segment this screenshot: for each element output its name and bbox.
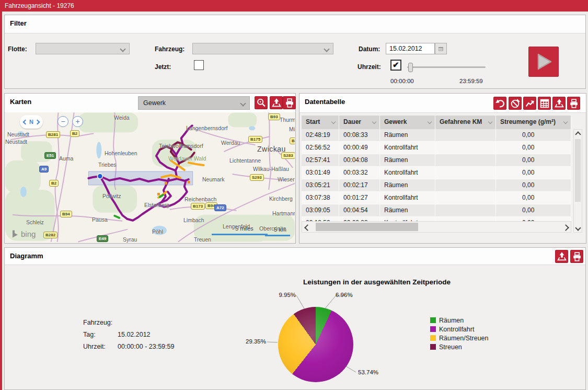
column-header[interactable]: Start	[302, 116, 339, 129]
legend-item: Kontrollfahrt	[430, 325, 489, 334]
table-header-row: StartDauerGewerkGefahrene KMStreumenge (…	[302, 116, 571, 129]
table-cell: Räumen	[380, 154, 435, 167]
table-cell: Räumen	[380, 129, 435, 142]
map-town-label: Reichenbach	[185, 196, 216, 202]
chart-title: Leistungen in der ausgewählten Zeitperio…	[220, 278, 534, 286]
road-badge: B2	[49, 180, 59, 187]
legend-swatch	[430, 317, 436, 323]
flotte-label: Flotte:	[8, 45, 27, 53]
calendar-button[interactable]	[435, 43, 447, 54]
table-row[interactable]: 03:07:3800:01:27Kontrollfahrt0,00	[302, 192, 571, 204]
table-row[interactable]: 03:13:5900:00:33Kontrollfahrt0,00	[302, 217, 571, 221]
pie-label-kontrollfahrt: 53.74%	[358, 369, 378, 375]
play-button[interactable]	[528, 47, 559, 77]
table-row[interactable]: 03:09:0500:04:54Räumen0,00	[302, 204, 571, 217]
zoom-route-button[interactable]	[255, 96, 268, 109]
fahrzeug-dropdown[interactable]	[192, 43, 333, 54]
column-header[interactable]: Streumenge (g/m²)	[496, 116, 571, 129]
map-town-label: Werdau	[221, 140, 240, 146]
flotte-dropdown[interactable]	[36, 43, 130, 54]
column-header[interactable]: Gefahrene KM	[435, 116, 496, 129]
map-export-button[interactable]	[270, 96, 283, 109]
table-export-button[interactable]	[552, 97, 566, 110]
horizontal-scroll-thumb[interactable]	[316, 223, 418, 231]
map-town-label: Triebes	[98, 162, 117, 168]
column-header[interactable]: Dauer	[339, 116, 380, 129]
table-cell: 0,00	[496, 179, 571, 192]
map-town-label: Neumark	[202, 176, 225, 182]
chevron-down-icon	[324, 46, 329, 52]
undo-button[interactable]	[493, 97, 506, 110]
table-cell: Kontrollfahrt	[380, 192, 435, 204]
column-header[interactable]: Gewerk	[380, 116, 435, 129]
table-cell	[435, 217, 496, 221]
table-cell: 03:07:38	[302, 192, 339, 204]
map-town-label: Wilkau-Haßlau	[253, 166, 289, 172]
table-view-button[interactable]	[538, 97, 551, 110]
info-uhrzeit-label: Uhrzeit:	[83, 343, 118, 355]
map-town-label: Teichwolframsdorf	[159, 143, 203, 149]
map-print-button[interactable]	[283, 96, 296, 109]
road-badge: A72	[214, 204, 226, 211]
scroll-left-button[interactable]	[303, 223, 312, 232]
diagram-print-button[interactable]	[570, 250, 583, 263]
table-row[interactable]: 02:56:5200:00:49Kontrollfahrt0,00	[302, 142, 571, 154]
clear-selection-button[interactable]	[509, 97, 522, 110]
table-row[interactable]: 02:57:4100:04:08Räumen0,00	[302, 154, 571, 167]
table-cell: 03:05:21	[302, 179, 339, 192]
zoom-in-button[interactable]: +	[72, 116, 83, 127]
legend-item: Räumen	[430, 316, 489, 325]
uhrzeit-checkbox[interactable]	[390, 60, 401, 71]
table-cell: 00:08:33	[339, 129, 380, 142]
table-cell: 03:01:49	[302, 167, 339, 179]
table-cell: 00:04:54	[339, 204, 380, 217]
legend-item: Räumen/Streuen	[430, 334, 489, 342]
time-slider-track[interactable]	[407, 66, 486, 68]
map-compass-control[interactable]: N	[20, 115, 43, 129]
table-row[interactable]: 02:48:1900:08:33Räumen0,00	[302, 129, 571, 142]
table-cell: 00:00:49	[339, 142, 380, 154]
bing-logo: bing	[11, 230, 36, 238]
vertical-scrollbar[interactable]	[573, 129, 582, 233]
diagram-export-button[interactable]	[555, 250, 568, 263]
horizontal-scrollbar[interactable]	[302, 221, 571, 233]
road-badge: B2	[70, 130, 79, 137]
map-town-label: Pausa	[92, 216, 108, 223]
scale-km-bar	[265, 235, 290, 236]
datum-label: Datum:	[359, 45, 380, 53]
table-cell: 00:00:33	[339, 217, 380, 221]
zoom-out-button[interactable]: −	[57, 116, 68, 127]
map-town-label: Auma	[59, 155, 73, 162]
table-cell: Kontrollfahrt	[380, 217, 435, 221]
map-canvas[interactable]: NeustadtNeustadtWeidaAumaHohenleubenTrie…	[5, 112, 295, 243]
vertical-scroll-thumb[interactable]	[575, 139, 581, 202]
filter-header: Filter	[5, 15, 585, 33]
table-cell: 00:04:08	[339, 154, 380, 167]
time-slider-handle[interactable]	[408, 63, 413, 72]
table-row[interactable]: 03:01:4900:03:32Kontrollfahrt0,00	[302, 167, 571, 179]
filter-title: Filter	[10, 19, 27, 27]
scroll-right-button[interactable]	[561, 223, 570, 232]
scroll-down-button[interactable]	[574, 224, 581, 231]
scroll-up-button[interactable]	[574, 131, 581, 137]
magnifier-route-icon	[256, 97, 267, 109]
datum-input[interactable]	[386, 43, 435, 54]
table-body: 02:48:1900:08:33Räumen0,0002:56:5200:00:…	[302, 129, 571, 217]
scale-miles-bar	[212, 234, 268, 235]
table-cell: 0,00	[496, 154, 571, 167]
table-cell: Kontrollfahrt	[380, 142, 435, 154]
table-cell: 02:56:52	[302, 142, 339, 154]
chart-legend: RäumenKontrollfahrtRäumen/StreuenStreuen	[430, 316, 489, 351]
window-titlebar: Fahrzeugansicht - 19276	[0, 0, 588, 12]
road-badge: B17	[290, 137, 295, 144]
jetzt-checkbox[interactable]	[194, 60, 204, 70]
gewerk-dropdown[interactable]: Gewerk	[138, 96, 250, 110]
chart-view-button[interactable]	[523, 97, 536, 110]
table-row[interactable]: 03:05:2100:02:17Räumen0,00	[302, 179, 571, 192]
pie-chart	[278, 307, 353, 382]
table-print-button[interactable]	[567, 97, 580, 110]
map-town-label: Kirchberg	[269, 196, 293, 202]
table-icon	[539, 98, 550, 109]
map-town-label: Schleiz	[26, 219, 44, 225]
map-town-label: Limbach	[183, 217, 204, 223]
